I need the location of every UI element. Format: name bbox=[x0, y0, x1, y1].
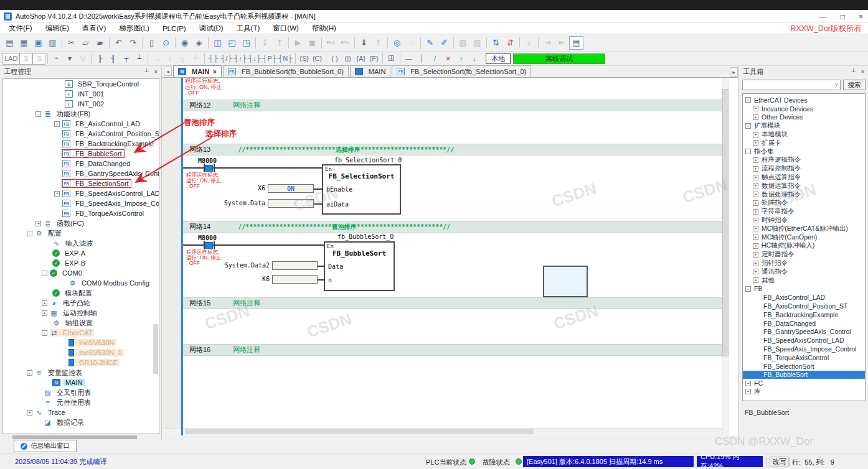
tree-item-mc轴控-ethercat-脉冲输出[interactable]: +MC轴控(EtherCAT&脉冲输出) bbox=[743, 225, 865, 233]
tree-item-exp-a[interactable]: ✓EXP-A bbox=[3, 248, 159, 258]
expand-icon[interactable]: + bbox=[27, 410, 32, 416]
toolbox-search-button[interactable]: 搜索 bbox=[843, 80, 866, 90]
move-down-button[interactable]: ↓ bbox=[468, 53, 481, 65]
tree-item-other-devices[interactable]: +Other Devices bbox=[743, 113, 865, 122]
jump-in-button[interactable]: ⇥ bbox=[540, 36, 555, 50]
branch-close-button[interactable]: ┨ bbox=[106, 53, 120, 65]
insert-row-button[interactable]: ⇅ bbox=[489, 36, 503, 50]
maximize-button[interactable]: □ bbox=[841, 12, 845, 21]
project-tree-hscrollbar[interactable] bbox=[12, 435, 137, 439]
tree-item-sbr-torquecontrol[interactable]: SSBR_TorqueControl bbox=[3, 79, 159, 89]
collapse-icon[interactable]: - bbox=[35, 111, 41, 117]
tree-item-配置[interactable]: -⚙配置 bbox=[3, 228, 159, 238]
network-comment[interactable]: 网络注释 bbox=[233, 101, 260, 110]
rung-fb-selectionsort[interactable]: M8000程序运行标志, 运行: ON, 停止 , OFFEnFB_Select… bbox=[183, 156, 722, 221]
offline-debug-button[interactable]: 离线调试 bbox=[513, 53, 605, 64]
branch-open-button[interactable]: ┠ bbox=[93, 53, 106, 65]
coil-reset-button[interactable]: {C} bbox=[311, 53, 324, 65]
tree-item-轴组设置[interactable]: ⚙轴组设置 bbox=[3, 318, 159, 328]
function-block-insert-button[interactable]: 田 bbox=[385, 53, 398, 65]
tab-close-icon[interactable]: × bbox=[213, 68, 217, 75]
window-cascade-button[interactable]: ◫ bbox=[210, 36, 225, 50]
tree-item-交叉引用表[interactable]: ▨交叉引用表 bbox=[3, 388, 159, 397]
expand-icon[interactable]: + bbox=[54, 121, 60, 127]
tree-item-fb[interactable]: -FB bbox=[743, 285, 865, 294]
minimize-button[interactable]: — bbox=[819, 12, 827, 21]
run-button[interactable]: ▶ bbox=[291, 36, 305, 50]
tree-item-hc轴控-脉冲输入[interactable]: +HC轴控(脉冲输入) bbox=[743, 242, 865, 251]
tree-item-gr10-2hce[interactable]: GR10-2HCE bbox=[3, 358, 159, 368]
operand-value-box[interactable] bbox=[268, 199, 314, 208]
fb-instance-name[interactable]: fb_BubbleSort_0 bbox=[337, 233, 394, 240]
expand-icon[interactable]: + bbox=[753, 192, 758, 197]
fb-block-fb-bubblesort[interactable]: EnFB_BubbleSortDatan bbox=[324, 241, 395, 291]
fb-instance-name[interactable]: fb_SelectionSort_0 bbox=[334, 157, 402, 164]
tab-main[interactable]: MAIN bbox=[350, 65, 391, 77]
save-all-button[interactable]: ▥ bbox=[45, 36, 60, 50]
collapse-icon[interactable]: - bbox=[745, 97, 751, 103]
plc-mode-button[interactable]: PLC bbox=[324, 36, 338, 50]
operand-label[interactable]: System.Data2 bbox=[183, 262, 270, 269]
tree-item-inosv630n[interactable]: InoSV630N bbox=[3, 338, 159, 348]
tree-item-fb-selectionsort[interactable]: FBFB_SelectionSort bbox=[3, 179, 159, 188]
expand-icon[interactable]: + bbox=[753, 132, 758, 137]
menu-查看-v[interactable]: 查看(V) bbox=[82, 24, 106, 33]
contact-operand[interactable]: M8000 bbox=[198, 234, 217, 241]
tree-item-trace[interactable]: +∿Trace bbox=[3, 407, 159, 417]
network-comment[interactable]: 网络注释 bbox=[233, 299, 260, 308]
network-header-网络15[interactable]: 网络15网络注释 bbox=[183, 297, 722, 309]
expand-icon[interactable]: + bbox=[753, 218, 758, 223]
expand-icon[interactable]: + bbox=[753, 157, 758, 163]
tree-item-扩展卡[interactable]: +扩展卡 bbox=[743, 139, 865, 147]
expand-icon[interactable]: + bbox=[54, 191, 60, 197]
window-split-button[interactable]: ◳ bbox=[239, 36, 253, 50]
tree-item-fb-speedaxiscontrol-lad[interactable]: +FBFB_SpeedAxisControl_LAD bbox=[3, 188, 159, 198]
tree-item-矩阵指令[interactable]: +矩阵指令 bbox=[743, 199, 865, 208]
undo-button[interactable]: ↶ bbox=[111, 36, 126, 50]
network-header-网络16[interactable]: 网络16网络注释 bbox=[183, 344, 722, 356]
h-line-button[interactable]: — bbox=[402, 53, 415, 65]
tree-item-main[interactable]: MMAIN bbox=[3, 378, 159, 388]
menu-编辑-e[interactable]: 编辑(E) bbox=[45, 24, 69, 33]
tree-item-inovance-devices[interactable]: +Inovance Devices bbox=[743, 104, 865, 113]
pin-icon[interactable]: ┴ bbox=[144, 68, 149, 75]
tree-item-fb-speedaxis-impose-control[interactable]: FB_SpeedAxis_Impose_Control bbox=[743, 345, 865, 353]
menu-调试-d[interactable]: 调试(D) bbox=[199, 24, 224, 33]
sfc-editor-button[interactable]: S bbox=[19, 53, 32, 65]
tree-item-fb-backtrackingexample[interactable]: FBFB_BacktrackingExample bbox=[3, 139, 159, 149]
expand-icon[interactable]: + bbox=[753, 183, 758, 188]
tree-item-数据运算指令[interactable]: +数据运算指令 bbox=[743, 182, 865, 190]
delete-row-button[interactable]: ⇵ bbox=[503, 36, 517, 50]
coil-not-button[interactable]: (|) bbox=[341, 53, 354, 65]
tree-item-ethercat-devices[interactable]: -EtherCAT Devices bbox=[743, 96, 865, 104]
output-window-tab[interactable]: 信息输出窗口 bbox=[14, 440, 77, 452]
contact-nc-button[interactable]: ┤/├ bbox=[220, 53, 233, 65]
cut-button[interactable]: ✂ bbox=[64, 36, 78, 50]
tree-item-指针指令[interactable]: +指针指令 bbox=[743, 259, 865, 267]
editor-vscrollbar-thumb[interactable] bbox=[722, 89, 729, 356]
tree-item-库[interactable]: +库 bbox=[743, 388, 865, 396]
print-button[interactable]: ◈ bbox=[192, 36, 206, 50]
network-header-网络13[interactable]: 网络13//************************选择排序******… bbox=[183, 144, 722, 156]
expand-icon[interactable]: + bbox=[753, 166, 758, 172]
jump-out-button[interactable]: ⇤ bbox=[555, 36, 569, 50]
network-header-网络12[interactable]: 网络12网络注释 bbox=[183, 100, 722, 111]
collapse-icon[interactable]: - bbox=[42, 271, 47, 276]
ladder-editor[interactable]: 程序运行标志, 运行: ON, 停止 , OFF 网络12网络注释网络13//*… bbox=[163, 78, 738, 435]
delete-element-button[interactable]: ✕ bbox=[441, 53, 455, 65]
tree-item-fb-datachanged[interactable]: FB_DataChanged bbox=[743, 319, 865, 328]
expand-icon[interactable]: + bbox=[753, 234, 758, 240]
tree-item-fb-speedaxis-impose-contro[interactable]: FBFB_SpeedAxis_Impose_Contro bbox=[3, 198, 159, 208]
tab-fb-selectionsort-fb-selectionsort-0[interactable]: FBFB_SelectionSort(fb_SelectionSort_0) bbox=[392, 65, 531, 77]
tree-item-功能块-fb[interactable]: -≣功能块(FB) bbox=[3, 109, 159, 119]
collapse-icon[interactable]: - bbox=[745, 286, 751, 292]
contact-powered[interactable] bbox=[205, 165, 213, 172]
append-network-button[interactable]: ▽ bbox=[76, 53, 89, 65]
tree-item-模块配置[interactable]: ✓模块配置 bbox=[3, 288, 159, 298]
tree-item-本地模块[interactable]: +本地模块 bbox=[743, 130, 865, 139]
window-export-button[interactable]: ◰ bbox=[225, 36, 239, 50]
tree-item-定时器指令[interactable]: +定时器指令 bbox=[743, 250, 865, 259]
tree-item-com0[interactable]: -✓COM0 bbox=[3, 268, 159, 278]
usb-button[interactable]: ♁ bbox=[522, 36, 536, 50]
tree-item-inosv630n-1[interactable]: InoSV630N_1 bbox=[3, 348, 159, 358]
